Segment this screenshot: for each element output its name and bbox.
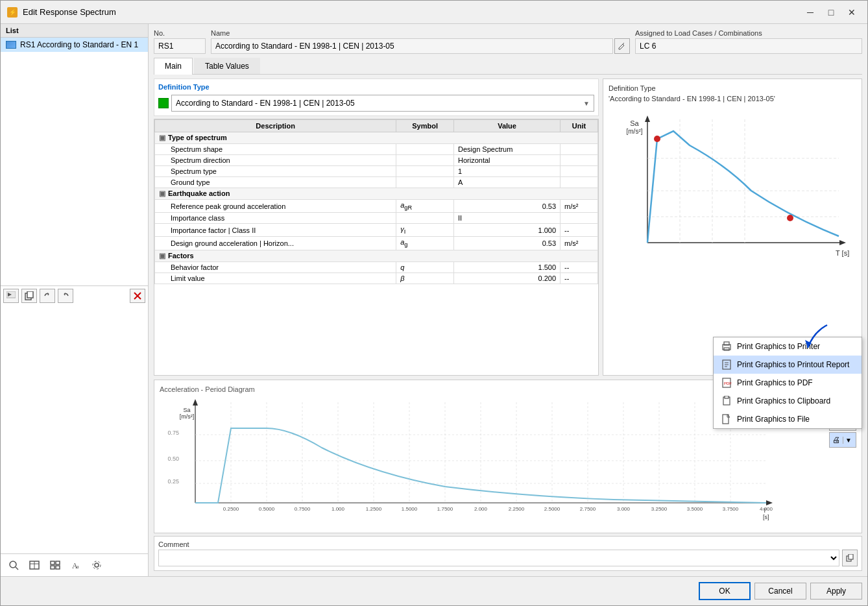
val-spectrum-type: 1 — [454, 166, 561, 177]
menu-label-print-report: Print Graphics to Printout Report — [737, 360, 849, 369]
menu-item-print-file[interactable]: Print Graphics to File — [714, 410, 862, 428]
name-edit-button[interactable] — [614, 38, 630, 54]
settings-icon-btn[interactable] — [89, 558, 104, 572]
definition-type-row: According to Standard - EN 1998-1 | CEN … — [158, 95, 594, 112]
add-button[interactable] — [3, 289, 19, 303]
svg-text:a: a — [77, 564, 79, 570]
tab-table-values[interactable]: Table Values — [194, 58, 260, 74]
menu-item-print-clipboard[interactable]: Print Graphics to Clipboard — [714, 392, 862, 410]
search-icon-btn[interactable] — [6, 558, 21, 572]
svg-point-17 — [93, 561, 101, 569]
chart-definition-type-label: Definition Type — [609, 84, 856, 92]
row-spectrum-direction: Spectrum direction Horizontal — [155, 155, 598, 166]
name-input[interactable] — [211, 38, 613, 54]
no-label: No. — [154, 29, 206, 37]
desc-design-ground: Design ground acceleration | Horizon... — [155, 237, 396, 250]
sym-spectrum-shape — [396, 144, 454, 155]
bottom-bar: OK Cancel Apply — [1, 576, 867, 605]
comment-input-row — [158, 550, 858, 566]
val-spectrum-shape: Design Spectrum — [454, 144, 561, 155]
sym-ground-type — [396, 177, 454, 188]
col-description: Description — [155, 120, 396, 132]
svg-text:1.5000: 1.5000 — [402, 506, 418, 512]
svg-marker-36 — [193, 399, 198, 406]
acceleration-period-diagram: Sa [m/s²] 0.75 0.50 0.25 T [s] — [160, 396, 782, 526]
svg-text:1.2500: 1.2500 — [366, 506, 382, 512]
ok-button[interactable]: OK — [699, 582, 751, 600]
comment-copy-button[interactable] — [842, 550, 858, 566]
svg-rect-80 — [849, 554, 853, 559]
name-input-row — [211, 38, 630, 54]
pdf-menu-icon: PDF — [721, 378, 732, 388]
svg-text:1.7500: 1.7500 — [437, 506, 453, 512]
minimize-button[interactable]: ─ — [801, 5, 819, 19]
svg-text:[s]: [s] — [763, 514, 769, 520]
spectrum-item-icon — [6, 41, 16, 49]
comment-section: Comment — [154, 536, 862, 571]
svg-point-32 — [654, 136, 660, 142]
desc-spectrum-shape: Spectrum shape — [155, 144, 396, 155]
menu-item-print-report[interactable]: Print Graphics to Printout Report — [714, 356, 862, 374]
file-menu-icon — [721, 414, 732, 424]
close-button[interactable]: ✕ — [843, 5, 861, 19]
table-icon-btn[interactable] — [27, 558, 42, 572]
desc-spectrum-direction: Spectrum direction — [155, 155, 396, 166]
dropdown-value: According to Standard - EN 1998-1 | CEN … — [176, 99, 355, 108]
svg-text:3.000: 3.000 — [617, 506, 631, 512]
row-design-ground: Design ground acceleration | Horizon... … — [155, 237, 598, 250]
sym-spectrum-type — [396, 166, 454, 177]
delete-button[interactable] — [130, 289, 145, 303]
toggle-earthquake-icon[interactable]: ▣ — [159, 189, 165, 197]
definition-type-dropdown[interactable]: According to Standard - EN 1998-1 | CEN … — [171, 95, 594, 112]
row-spectrum-type: Spectrum type 1 — [155, 166, 598, 177]
svg-rect-83 — [724, 348, 729, 350]
svg-text:2.7500: 2.7500 — [580, 506, 596, 512]
svg-text:Sa: Sa — [630, 119, 639, 127]
svg-marker-22 — [839, 240, 846, 245]
svg-text:2.2500: 2.2500 — [509, 506, 525, 512]
toggle-factors-icon[interactable]: ▣ — [159, 252, 165, 260]
group-factors: ▣Factors — [155, 250, 598, 261]
svg-point-16 — [95, 563, 99, 567]
view-icon-btn[interactable] — [47, 558, 63, 572]
menu-item-print-printer[interactable]: Print Graphics to Printer — [714, 337, 862, 356]
apply-button[interactable]: Apply — [810, 583, 862, 600]
parameters-table-container[interactable]: Description Symbol Value Unit ▣Type of s… — [154, 119, 599, 376]
edit-response-spectrum-window: ⚡ Edit Response Spectrum ─ □ ✕ List RS1 … — [0, 0, 868, 606]
unit-ref-peak: m/s² — [561, 200, 598, 213]
svg-rect-11 — [56, 561, 60, 564]
svg-text:Sa: Sa — [183, 407, 190, 413]
cancel-button[interactable]: Cancel — [754, 583, 806, 600]
parameters-table: Description Symbol Value Unit ▣Type of s… — [154, 119, 598, 284]
comment-dropdown[interactable] — [158, 550, 839, 566]
list-item[interactable]: RS1 According to Standard - EN 1 — [1, 38, 148, 52]
svg-text:T [s]: T [s] — [836, 249, 849, 257]
left-content: Definition Type According to Standard - … — [154, 79, 599, 376]
val-behavior-factor: 1.500 — [454, 261, 561, 273]
svg-point-33 — [787, 215, 793, 221]
text-icon-btn[interactable]: Aa — [68, 558, 84, 572]
sym-design-ground: ag — [396, 237, 454, 250]
unit-importance-class — [561, 213, 598, 224]
tab-main[interactable]: Main — [154, 58, 193, 75]
unit-spectrum-type — [561, 166, 598, 177]
val-limit-value: 0.200 — [454, 273, 561, 284]
print-control-btn[interactable]: 🖨 ▼ — [829, 432, 856, 448]
no-value: RS1 — [154, 38, 206, 54]
copy-button[interactable] — [21, 289, 37, 303]
name-label: Name — [211, 29, 630, 37]
svg-text:3.2500: 3.2500 — [651, 506, 668, 512]
undo-button[interactable] — [40, 289, 55, 303]
assigned-value: LC 6 — [635, 38, 862, 54]
redo-button[interactable] — [58, 289, 73, 303]
unit-importance-factor: -- — [561, 224, 598, 237]
svg-rect-13 — [56, 566, 60, 569]
comment-label: Comment — [158, 540, 858, 548]
toggle-icon[interactable]: ▣ — [159, 134, 165, 141]
maximize-button[interactable]: □ — [822, 5, 840, 19]
panel-footer — [1, 285, 148, 306]
menu-item-print-pdf[interactable]: PDF Print Graphics to PDF — [714, 374, 862, 392]
chevron-down-icon: ▼ — [583, 100, 590, 107]
row-limit-value: Limit value β 0.200 -- — [155, 273, 598, 284]
response-spectrum-chart: Sa [m/s²] T [s] — [609, 106, 855, 275]
